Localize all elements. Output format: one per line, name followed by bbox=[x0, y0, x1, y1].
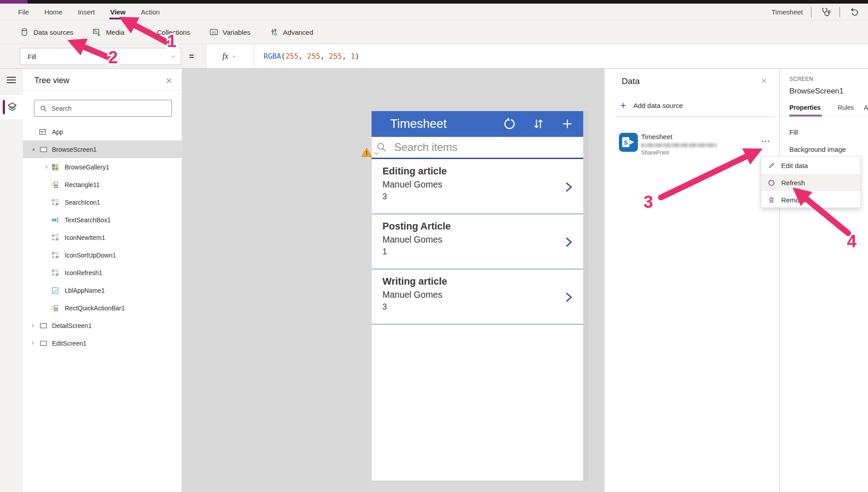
menu-bar: File Home Insert View Action Timesheet bbox=[0, 4, 868, 20]
menu-item-insert[interactable]: Insert bbox=[78, 8, 95, 16]
context-menu-refresh[interactable]: Refresh bbox=[761, 174, 860, 191]
menu-item-action[interactable]: Action bbox=[141, 8, 160, 16]
variables-icon bbox=[209, 28, 218, 37]
refresh-icon bbox=[768, 179, 775, 187]
tree-item-detailscreen1[interactable]: DetailScreen1 bbox=[23, 317, 182, 334]
expand-closed-icon[interactable] bbox=[31, 323, 36, 328]
close-icon[interactable] bbox=[165, 77, 173, 84]
phone-gallery: Editing article Manuel Gomes 3 Posting A… bbox=[372, 159, 583, 324]
property-fill-label: Fill bbox=[789, 128, 798, 136]
item-title: Posting Article bbox=[382, 221, 451, 232]
formula-input-area[interactable]: fx RGBA(255, 255, 255, 1) bbox=[206, 44, 868, 68]
chevron-down-icon[interactable] bbox=[373, 150, 380, 157]
menu-item-home[interactable]: Home bbox=[44, 8, 62, 16]
chevron-right-icon[interactable] bbox=[562, 181, 575, 193]
tree-item-browsescreen1[interactable]: BrowseScreen1 bbox=[23, 141, 182, 158]
tree-item-rectquickactionbar1[interactable]: RectQuickActionBar1 bbox=[23, 299, 182, 317]
gallery-item[interactable]: Editing article Manuel Gomes 3 bbox=[372, 159, 583, 214]
toolbar-label: Advanced bbox=[283, 28, 313, 36]
menu-item-view[interactable]: View bbox=[110, 8, 126, 16]
expand-closed-icon[interactable] bbox=[31, 341, 36, 346]
chevron-down-icon bbox=[231, 54, 237, 59]
warning-icon[interactable] bbox=[361, 147, 372, 157]
divider bbox=[840, 7, 840, 18]
plus-icon[interactable] bbox=[561, 117, 574, 131]
formula-text[interactable]: RGBA(255, 255, 255, 1) bbox=[264, 44, 359, 68]
app-checker-button[interactable] bbox=[820, 6, 831, 18]
undo-button[interactable] bbox=[848, 6, 860, 18]
item-count: 3 bbox=[382, 302, 387, 312]
tab-advanced[interactable]: Advanced bbox=[864, 104, 868, 111]
phone-search-input[interactable] bbox=[394, 139, 566, 156]
advanced-icon bbox=[269, 28, 278, 37]
tree-search-input[interactable] bbox=[52, 101, 167, 116]
selection-kicker: SCREEN bbox=[789, 76, 813, 82]
phone-scrollbar-track[interactable] bbox=[583, 111, 589, 481]
toolbar-media-button[interactable]: Media bbox=[92, 28, 124, 37]
close-icon[interactable] bbox=[760, 77, 768, 84]
design-canvas: Timesheet Editing article Manuel Gomes 3 bbox=[182, 69, 604, 492]
expand-open-icon[interactable] bbox=[31, 147, 36, 152]
add-data-source-button[interactable]: Add data source bbox=[619, 101, 683, 110]
rail-tree-view-button[interactable] bbox=[0, 95, 23, 119]
sort-icon[interactable] bbox=[532, 117, 545, 131]
toolbar-advanced-button[interactable]: Advanced bbox=[269, 28, 313, 37]
hamburger-icon[interactable] bbox=[5, 74, 17, 86]
toolbar-data-sources-button[interactable]: Data sources bbox=[20, 28, 73, 37]
phone-search-box[interactable] bbox=[372, 137, 583, 159]
menu-item-file[interactable]: File bbox=[18, 8, 29, 16]
tree-rows: App BrowseScreen1 BrowseGallery1 Rectang… bbox=[23, 123, 182, 352]
tree-item-label: BrowseScreen1 bbox=[52, 146, 97, 153]
tree-item-rectangle11[interactable]: Rectangle11 bbox=[23, 176, 182, 193]
tree-item-searchicon1[interactable]: SearchIcon1 bbox=[23, 193, 182, 211]
tree-item-app[interactable]: App bbox=[23, 123, 182, 141]
data-source-more-button[interactable]: ... bbox=[762, 136, 774, 145]
toolbar-label: Data sources bbox=[33, 28, 73, 36]
tree-search-box[interactable] bbox=[34, 100, 172, 117]
tree-item-label: IconNewItem1 bbox=[65, 234, 105, 241]
toolbar-variables-button[interactable]: Variables bbox=[209, 28, 250, 37]
window-top-strip bbox=[0, 0, 868, 4]
phone-app-header[interactable]: Timesheet bbox=[372, 111, 583, 137]
expand-closed-icon[interactable] bbox=[44, 164, 49, 169]
equals-sign: = bbox=[189, 48, 194, 65]
app-name: Timesheet bbox=[772, 8, 803, 16]
tree-item-iconrefresh1[interactable]: IconRefresh1 bbox=[23, 264, 182, 281]
tree-item-iconsortupdown1[interactable]: IconSortUpDown1 bbox=[23, 246, 182, 264]
context-menu-remove[interactable]: Remove bbox=[761, 191, 860, 208]
tree-item-editscreen1[interactable]: EditScreen1 bbox=[23, 334, 182, 352]
tree-item-textsearchbox1[interactable]: TextSearchBox1 bbox=[23, 211, 182, 229]
left-rail bbox=[0, 69, 23, 492]
gallery-item[interactable]: Writing article Manuel Gomes 3 bbox=[372, 269, 583, 324]
tab-properties[interactable]: Properties bbox=[789, 104, 821, 111]
data-source-row[interactable]: S Timesheet SharePoint ... bbox=[604, 132, 780, 159]
search-icon bbox=[39, 104, 47, 112]
data-source-url-redacted bbox=[641, 143, 717, 147]
data-source-name: Timesheet bbox=[641, 133, 672, 141]
gallery-item[interactable]: Posting Article Manuel Gomes 1 bbox=[372, 214, 583, 269]
formula-token: , bbox=[320, 52, 329, 61]
fx-dropdown[interactable]: fx bbox=[206, 44, 254, 68]
menu-items: File Home Insert View Action bbox=[0, 8, 160, 16]
toolbar-label: Media bbox=[106, 28, 124, 36]
property-dropdown[interactable]: Fill bbox=[20, 48, 181, 65]
context-menu-edit-data[interactable]: Edit data bbox=[761, 157, 860, 174]
refresh-icon[interactable] bbox=[503, 117, 516, 131]
formula-token: ( bbox=[281, 52, 286, 61]
tree-item-iconnewitem1[interactable]: IconNewItem1 bbox=[23, 229, 182, 246]
tree-item-label: SearchIcon1 bbox=[65, 199, 100, 206]
chevron-right-icon[interactable] bbox=[562, 291, 575, 304]
toolbar-label: Variables bbox=[223, 28, 250, 36]
menu-item-view-label: View bbox=[110, 8, 126, 16]
item-count: 3 bbox=[382, 192, 387, 201]
data-source-context-menu: Edit data Refresh Remove bbox=[761, 156, 861, 208]
tree-item-label: EditScreen1 bbox=[52, 340, 86, 347]
tree-item-browsegallery1[interactable]: BrowseGallery1 bbox=[23, 158, 182, 176]
chevron-right-icon[interactable] bbox=[562, 236, 575, 248]
formula-token: ) bbox=[355, 52, 359, 61]
toolbar-collections-button[interactable]: Collections bbox=[143, 28, 190, 37]
phone-preview[interactable]: Timesheet Editing article Manuel Gomes 3 bbox=[372, 111, 583, 481]
tab-rules[interactable]: Rules bbox=[838, 104, 854, 111]
item-title: Writing article bbox=[382, 276, 447, 287]
tree-item-lblappname1[interactable]: LblAppName1 bbox=[23, 281, 182, 299]
